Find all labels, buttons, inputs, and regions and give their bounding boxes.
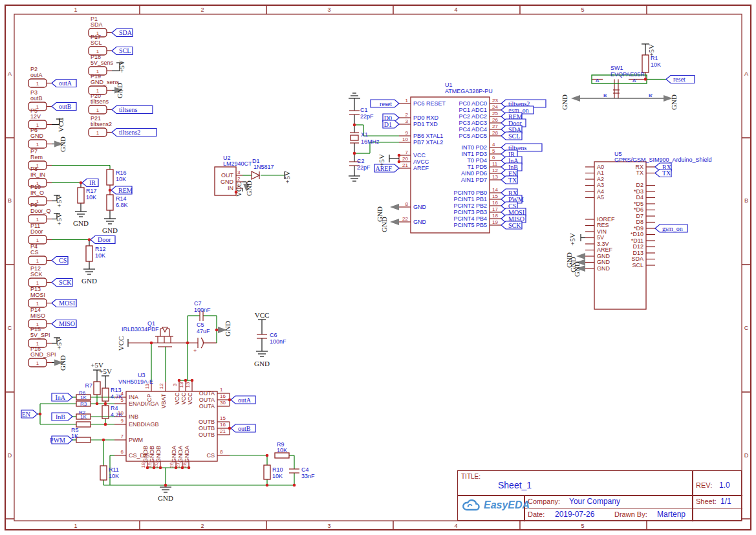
schematic-label: +5V	[118, 60, 125, 73]
date-label: Date:	[528, 510, 545, 518]
schematic-label: GND	[670, 94, 678, 110]
connector-value: GND_SPI	[30, 351, 56, 358]
date-value[interactable]: 2019-07-26	[555, 510, 594, 519]
junction-dot[interactable]	[398, 154, 401, 157]
junction-dot[interactable]	[215, 329, 219, 332]
junction-dot[interactable]	[184, 379, 188, 382]
schematic-label: PCINT4 PB4	[453, 215, 487, 222]
junction-dot[interactable]	[191, 379, 194, 382]
gnd-flag-icon[interactable]	[390, 219, 399, 225]
schematic-label: RES	[597, 222, 609, 228]
company-value[interactable]: Your Company	[569, 497, 620, 506]
schematic-label: +5V	[55, 195, 63, 208]
junction-dot[interactable]	[181, 466, 184, 470]
resistor-r5[interactable]	[76, 422, 91, 427]
crystal-x1[interactable]	[351, 135, 358, 140]
sheet-title[interactable]: Sheet_1	[498, 480, 532, 490]
junction-dot[interactable]	[228, 427, 232, 430]
schematic-label: GND	[380, 217, 388, 232]
junction-dot[interactable]	[178, 379, 181, 382]
component-shape[interactable]	[162, 327, 167, 332]
schematic-label: PCINT5 PB5	[453, 222, 487, 228]
junction-dot[interactable]	[88, 238, 91, 241]
resistor-r7[interactable]	[94, 382, 100, 395]
junction-dot[interactable]	[353, 124, 356, 127]
connector-value: SCL	[91, 39, 102, 46]
schematic-label: SCL	[632, 262, 643, 268]
junction-dot[interactable]	[164, 484, 167, 487]
resistor-r14[interactable]	[107, 195, 113, 210]
connector-pin-number: 1	[36, 280, 39, 286]
junction-dot[interactable]	[188, 466, 191, 470]
resistor-r13[interactable]	[102, 388, 109, 401]
resistor-r11[interactable]	[100, 466, 107, 480]
junction-dot[interactable]	[266, 484, 269, 487]
schematic-label: 47uF	[197, 328, 210, 334]
junction-dot[interactable]	[146, 466, 149, 470]
junction-dot[interactable]	[186, 342, 189, 345]
junction-dot[interactable]	[235, 191, 238, 194]
junction-dot[interactable]	[109, 189, 112, 192]
schematic-label: PC3 ADC3	[459, 120, 487, 126]
junction-dot[interactable]	[159, 466, 162, 470]
junction-dot[interactable]	[398, 160, 401, 164]
schematic-label: GNDA	[171, 446, 177, 463]
junction-dot[interactable]	[293, 484, 296, 487]
net-flag-label-PWM: PWM	[50, 437, 65, 444]
junction-dot[interactable]	[266, 454, 269, 457]
junction-dot[interactable]	[102, 439, 105, 442]
connector-value: CS	[30, 249, 39, 256]
schematic-label: 9	[121, 418, 124, 424]
junction-dot[interactable]	[153, 466, 156, 470]
component-shape[interactable]	[201, 338, 204, 348]
junction-dot[interactable]	[104, 423, 107, 426]
resistor-r12[interactable]	[86, 246, 92, 261]
sheet-number-value[interactable]: 1/1	[720, 497, 731, 506]
connector-pin-number: 1	[36, 360, 39, 366]
component-shape[interactable]	[252, 171, 259, 179]
junction-dot[interactable]	[175, 466, 178, 470]
connector-value: GND_sens	[91, 79, 120, 85]
schematic-canvas[interactable]: 1122334455AABBCCDDP1SDA1P17SCL1P185V_sen…	[0, 0, 756, 535]
junction-dot[interactable]	[96, 402, 99, 406]
schematic-label: C1	[360, 107, 368, 113]
net-flag-label-outA: outA	[238, 397, 252, 404]
schematic-label: GNDB	[149, 446, 155, 463]
junction-dot[interactable]	[228, 399, 232, 402]
resistor-r17[interactable]	[78, 188, 84, 203]
gnd-flag-icon[interactable]	[571, 95, 580, 102]
schematic-label: GND	[413, 204, 427, 210]
net-flag-label-outB: outB	[59, 103, 72, 110]
schematic-label: GND	[573, 261, 581, 277]
schematic-label: 27	[492, 124, 498, 129]
junction-dot[interactable]	[104, 402, 107, 406]
junction-dot[interactable]	[80, 181, 83, 184]
schematic-label: OUTB	[199, 431, 215, 438]
drawn-by-value[interactable]: Martenp	[657, 510, 686, 519]
frame-column-label: 1	[74, 523, 77, 529]
resistor-r16[interactable]	[107, 169, 113, 185]
schematic-label: OUTB	[199, 425, 215, 431]
schematic-label: VCC	[117, 336, 125, 351]
resistor-r10[interactable]	[264, 465, 270, 479]
resistor-r9[interactable]	[275, 453, 289, 458]
net-flag-label-Door: Door	[98, 236, 111, 243]
resistor-pwm[interactable]	[76, 437, 91, 442]
schematic-label: C2	[357, 158, 365, 164]
schematic-label: 8	[405, 201, 409, 207]
divider	[458, 495, 742, 496]
schematic-label: SW1	[610, 65, 623, 71]
schematic-label: GND	[73, 219, 89, 227]
resistor-r1[interactable]	[642, 55, 649, 72]
title-label: TITLE:	[461, 473, 481, 480]
junction-dot[interactable]	[39, 413, 42, 416]
connector-pin-number: 1	[96, 107, 100, 113]
junction-dot[interactable]	[353, 152, 356, 155]
schematic-label: A1	[597, 169, 604, 176]
rev-value[interactable]: 1.0	[719, 481, 730, 490]
schematic-label: 6	[121, 449, 124, 455]
junction-dot[interactable]	[644, 78, 647, 81]
junction-dot[interactable]	[150, 342, 153, 345]
gnd-flag-icon[interactable]	[576, 253, 585, 259]
gnd-flag-icon[interactable]	[390, 204, 399, 210]
